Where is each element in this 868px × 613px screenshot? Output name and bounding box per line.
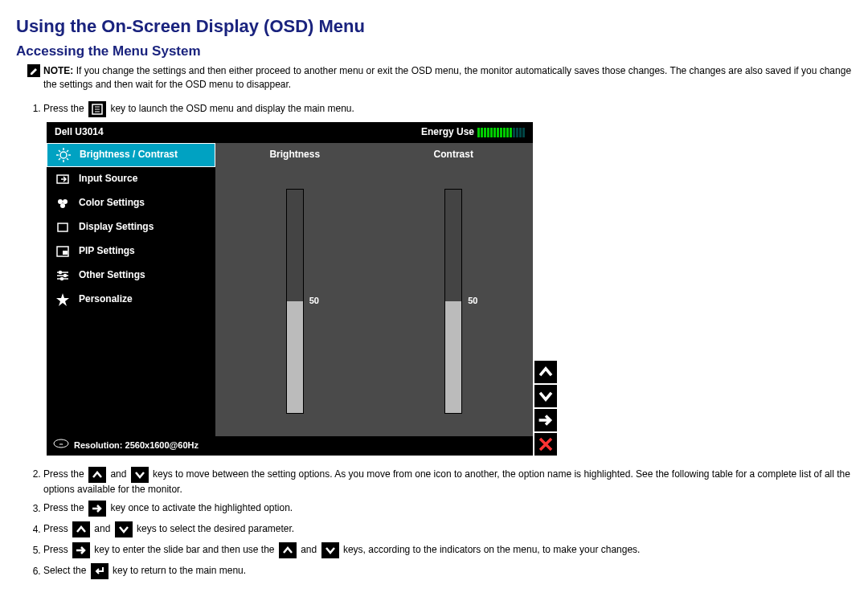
step-text: keys to select the desired parameter. [137, 524, 294, 535]
svg-line-11 [59, 158, 60, 160]
energy-bars [477, 128, 525, 137]
brightness-column: Brightness 50 [215, 143, 375, 436]
page-title: Using the On-Screen Display (OSD) Menu [16, 16, 852, 37]
svg-rect-17 [58, 223, 68, 231]
step-text: key to return to the main menu. [113, 566, 246, 577]
step-text: key to launch the OSD menu and display t… [110, 103, 354, 114]
nav-label: Input Source [79, 172, 137, 186]
pip-icon [55, 243, 71, 260]
contrast-column: Contrast 50 [375, 143, 534, 436]
step-text: Press the [43, 103, 87, 114]
svg-point-25 [61, 277, 63, 280]
svg-line-12 [67, 150, 68, 152]
svg-line-10 [67, 158, 68, 160]
down-key-icon [115, 521, 133, 537]
svg-rect-19 [63, 251, 68, 255]
energy-use: Energy Use [421, 125, 525, 139]
nav-label: PIP Settings [79, 244, 135, 258]
note-icon [27, 64, 40, 77]
nav-personalize[interactable]: Personalize [47, 288, 215, 312]
osd-nav: Brightness / Contrast Input Source Color… [47, 143, 215, 436]
section-title: Accessing the Menu System [16, 43, 852, 59]
step-text: Select the [43, 566, 89, 577]
nav-label: Color Settings [79, 196, 145, 210]
step-text: and [94, 524, 113, 535]
down-key-icon [321, 542, 339, 558]
note: NOTE: If you change the settings and the… [27, 64, 852, 92]
nav-input-source[interactable]: Input Source [47, 167, 215, 191]
osd-up-button[interactable] [534, 361, 557, 383]
brightness-value: 50 [309, 295, 319, 307]
step-3: Press the key once to activate the highl… [43, 501, 852, 517]
svg-point-4 [60, 152, 67, 158]
signal-icon: ⎓ [53, 439, 69, 452]
nav-color-settings[interactable]: Color Settings [47, 191, 215, 215]
svg-text:⎓: ⎓ [59, 441, 63, 447]
step-1: Press the key to launch the OSD menu and… [43, 101, 852, 456]
contrast-value: 50 [468, 295, 477, 307]
sliders-icon [55, 268, 71, 284]
up-key-icon [279, 542, 297, 558]
osd-model: Dell U3014 [55, 125, 104, 139]
enter-key-icon [88, 501, 106, 517]
osd-side-buttons [534, 122, 559, 456]
energy-label: Energy Use [421, 125, 474, 139]
nav-label: Brightness / Contrast [80, 148, 178, 161]
nav-label: Other Settings [79, 268, 145, 282]
back-key-icon [91, 563, 108, 579]
step-text: Press [43, 524, 71, 535]
svg-line-9 [59, 150, 60, 152]
step-text: key once to activate the highlighted opt… [110, 503, 293, 514]
resolution-text: Resolution: 2560x1600@60Hz [74, 439, 199, 452]
svg-point-16 [60, 203, 65, 208]
svg-point-14 [58, 199, 63, 204]
step-4: Press and keys to select the desired par… [43, 521, 852, 537]
step-text: and [110, 468, 129, 480]
down-key-icon [131, 467, 149, 483]
note-body: If you change the settings and then eith… [43, 65, 851, 90]
step-text: Press the [43, 503, 87, 514]
note-text: NOTE: If you change the settings and the… [43, 64, 852, 92]
svg-point-24 [64, 274, 67, 276]
nav-pip-settings[interactable]: PIP Settings [47, 239, 215, 264]
contrast-label: Contrast [434, 143, 473, 167]
note-label: NOTE: [43, 65, 73, 76]
nav-label: Personalize [79, 292, 133, 306]
osd-screenshot: Dell U3014 Energy Use Brightness / Contr… [47, 122, 852, 456]
step-6: Select the key to return to the main men… [43, 563, 852, 579]
osd-panel: Dell U3014 Energy Use Brightness / Contr… [47, 122, 533, 456]
up-key-icon [88, 467, 106, 483]
star-icon [55, 292, 71, 308]
osd-down-button[interactable] [534, 385, 557, 407]
osd-footer: ⎓ Resolution: 2560x1600@60Hz [47, 436, 533, 456]
step-text: keys to move between the setting options… [43, 468, 850, 495]
step-text: Press the [43, 468, 87, 480]
svg-point-15 [63, 199, 68, 204]
osd-exit-button[interactable] [534, 433, 557, 456]
osd-header: Dell U3014 Energy Use [47, 122, 533, 143]
palette-icon [55, 195, 71, 211]
display-icon [55, 219, 71, 235]
svg-point-23 [59, 271, 62, 273]
brightness-slider[interactable]: 50 [286, 189, 304, 414]
nav-other-settings[interactable]: Other Settings [47, 264, 215, 288]
brightness-label: Brightness [269, 143, 320, 167]
menu-key-icon [88, 101, 106, 117]
steps-list: Press the key to launch the OSD menu and… [43, 101, 852, 580]
input-icon [55, 171, 71, 187]
nav-label: Display Settings [79, 220, 154, 234]
osd-content: Brightness 50 Contrast [215, 143, 533, 436]
step-text: keys, according to the indicators on the… [343, 545, 641, 556]
up-key-icon [72, 521, 90, 537]
osd-enter-button[interactable] [534, 409, 557, 431]
sun-icon [55, 147, 72, 163]
step-text: key to enter the slide bar and then use … [94, 545, 276, 556]
step-2: Press the and keys to move between the s… [43, 467, 852, 497]
step-text: and [301, 545, 319, 556]
step-text: Press [43, 545, 71, 556]
step-5: Press key to enter the slide bar and the… [43, 542, 852, 558]
nav-display-settings[interactable]: Display Settings [47, 215, 215, 239]
nav-brightness-contrast[interactable]: Brightness / Contrast [47, 143, 215, 167]
enter-key-icon [72, 542, 90, 558]
contrast-slider[interactable]: 50 [444, 189, 462, 414]
